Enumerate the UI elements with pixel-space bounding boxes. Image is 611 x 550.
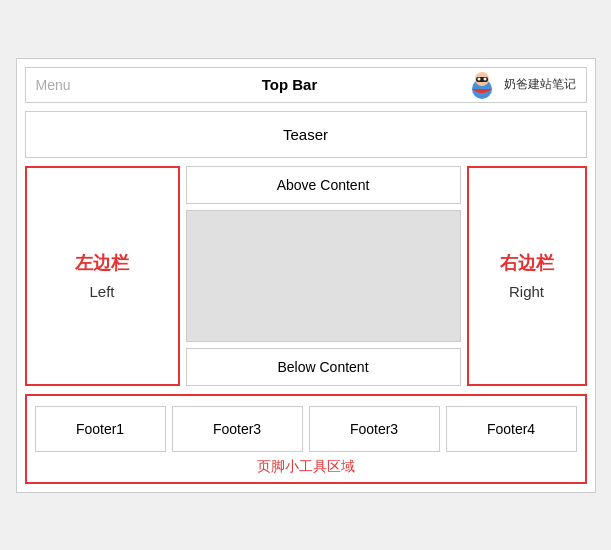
logo-text: 奶爸建站笔记 [504,76,576,93]
left-sidebar: 左边栏 Left [25,166,180,386]
topbar-title: Top Bar [116,76,464,93]
right-sidebar: 右边栏 Right [467,166,587,386]
above-content-label: Above Content [277,177,370,193]
footer-widget-4-label: Footer4 [487,421,535,437]
footer-widget-3: Footer3 [309,406,440,452]
center-column: Above Content Below Content [186,166,461,386]
logo-area: 奶爸建站笔记 [464,67,576,103]
below-content-label: Below Content [277,359,368,375]
right-sidebar-cn-label: 右边栏 [500,251,554,275]
footer-widget-2-label: Footer3 [213,421,261,437]
footer-widget-4: Footer4 [446,406,577,452]
menu-label[interactable]: Menu [36,77,116,93]
teaser-section: Teaser [25,111,587,158]
logo-avatar-icon [464,67,500,103]
page-wrapper: Menu Top Bar 奶爸建站笔记 Teaser [16,58,596,493]
top-bar: Menu Top Bar 奶爸建站笔记 [25,67,587,103]
svg-point-3 [477,77,480,80]
teaser-label: Teaser [283,126,328,143]
main-area: 左边栏 Left Above Content Below Content 右边栏… [25,166,587,386]
footer-widget-2: Footer3 [172,406,303,452]
above-content: Above Content [186,166,461,204]
footer-area: Footer1 Footer3 Footer3 Footer4 页脚小工具区域 [25,394,587,484]
left-sidebar-en-label: Left [89,283,114,300]
right-sidebar-en-label: Right [509,283,544,300]
left-sidebar-cn-label: 左边栏 [75,251,129,275]
below-content: Below Content [186,348,461,386]
footer-bottom-label: 页脚小工具区域 [35,458,577,476]
footer-widget-1-label: Footer1 [76,421,124,437]
svg-point-4 [483,77,486,80]
footer-widget-3-label: Footer3 [350,421,398,437]
footer-widget-1: Footer1 [35,406,166,452]
footer-widgets: Footer1 Footer3 Footer3 Footer4 [35,406,577,452]
footer-cn-label: 页脚小工具区域 [257,458,355,474]
content-area [186,210,461,342]
